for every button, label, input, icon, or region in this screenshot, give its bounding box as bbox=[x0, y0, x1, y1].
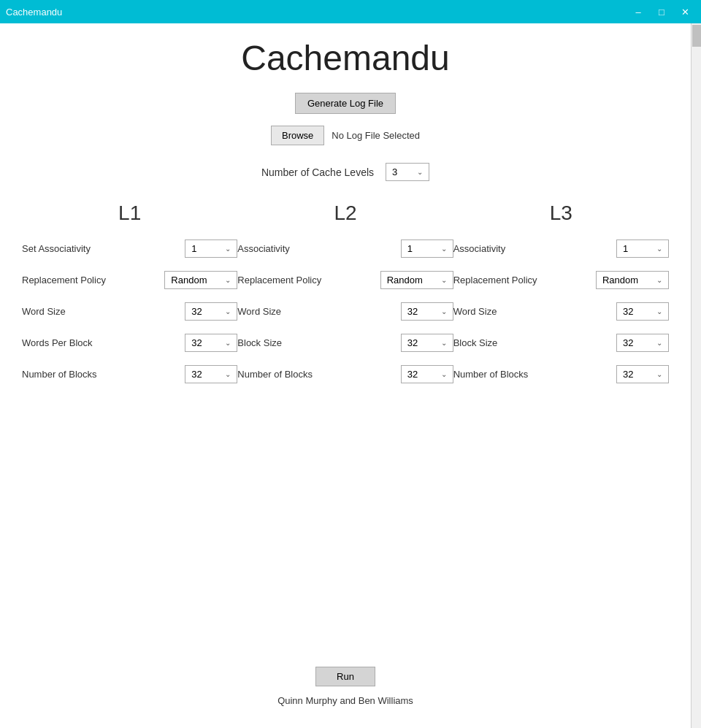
field-chevron-icon-0-3: ⌄ bbox=[225, 339, 231, 347]
field-row-2-2: Word Size32⌄ bbox=[453, 302, 669, 321]
field-select-0-3[interactable]: 32⌄ bbox=[185, 334, 237, 352]
field-value-2-3: 32 bbox=[623, 337, 633, 348]
field-label-0-2: Word Size bbox=[22, 306, 185, 317]
field-select-0-4[interactable]: 32⌄ bbox=[185, 365, 237, 383]
title-bar-title: Cachemandu bbox=[6, 7, 62, 18]
field-value-0-0: 1 bbox=[191, 243, 196, 254]
columns-container: L1Set Associativity1⌄Replacement PolicyR… bbox=[22, 202, 669, 661]
field-select-1-3[interactable]: 32⌄ bbox=[401, 334, 453, 352]
minimize-button[interactable]: – bbox=[628, 4, 648, 19]
field-value-2-0: 1 bbox=[623, 243, 628, 254]
cache-levels-value: 3 bbox=[392, 166, 397, 177]
field-label-1-4: Number of Blocks bbox=[237, 369, 400, 380]
field-select-2-1[interactable]: Random⌄ bbox=[596, 271, 669, 289]
field-value-0-2: 32 bbox=[191, 306, 202, 317]
field-select-2-0[interactable]: 1⌄ bbox=[616, 240, 669, 258]
title-bar-controls: – □ ✕ bbox=[628, 4, 695, 19]
field-chevron-icon-2-0: ⌄ bbox=[656, 245, 662, 253]
field-label-2-0: Associativity bbox=[453, 243, 616, 254]
field-select-2-2[interactable]: 32⌄ bbox=[616, 302, 669, 321]
field-chevron-icon-1-3: ⌄ bbox=[441, 339, 447, 347]
cache-column-l2: L2Associativity1⌄Replacement PolicyRando… bbox=[237, 202, 453, 661]
cache-levels-chevron-icon: ⌄ bbox=[417, 168, 423, 176]
field-chevron-icon-1-0: ⌄ bbox=[441, 245, 447, 253]
field-select-1-2[interactable]: 32⌄ bbox=[401, 302, 453, 321]
cache-column-l1: L1Set Associativity1⌄Replacement PolicyR… bbox=[22, 202, 237, 661]
authors-label: Quinn Murphy and Ben Williams bbox=[277, 695, 413, 706]
field-label-1-1: Replacement Policy bbox=[237, 275, 380, 286]
file-status-label: No Log File Selected bbox=[332, 130, 420, 141]
generate-log-button[interactable]: Generate Log File bbox=[295, 93, 396, 114]
close-button[interactable]: ✕ bbox=[675, 4, 695, 19]
field-row-2-1: Replacement PolicyRandom⌄ bbox=[453, 271, 669, 289]
browse-button[interactable]: Browse bbox=[271, 126, 324, 145]
field-value-2-1: Random bbox=[602, 275, 638, 286]
field-value-1-2: 32 bbox=[407, 306, 418, 317]
field-row-1-3: Block Size32⌄ bbox=[237, 334, 453, 352]
app-title: Cachemandu bbox=[241, 38, 450, 78]
title-bar: Cachemandu – □ ✕ bbox=[0, 0, 701, 23]
field-chevron-icon-1-4: ⌄ bbox=[441, 370, 447, 378]
field-value-1-4: 32 bbox=[407, 369, 418, 380]
field-chevron-icon-0-4: ⌄ bbox=[225, 370, 231, 378]
field-row-1-2: Word Size32⌄ bbox=[237, 302, 453, 321]
field-chevron-icon-2-4: ⌄ bbox=[656, 370, 662, 378]
field-chevron-icon-2-2: ⌄ bbox=[656, 307, 662, 315]
field-label-1-0: Associativity bbox=[237, 243, 400, 254]
field-label-0-3: Words Per Block bbox=[22, 337, 185, 348]
column-header-l1: L1 bbox=[118, 202, 141, 225]
field-label-1-2: Word Size bbox=[237, 306, 400, 317]
scrollbar-thumb[interactable] bbox=[692, 25, 701, 47]
footer-section: Run Quinn Murphy and Ben Williams bbox=[277, 667, 413, 706]
field-row-0-0: Set Associativity1⌄ bbox=[22, 240, 237, 258]
field-row-2-4: Number of Blocks32⌄ bbox=[453, 365, 669, 383]
field-value-0-3: 32 bbox=[191, 337, 202, 348]
column-header-l3: L3 bbox=[550, 202, 572, 225]
field-label-0-0: Set Associativity bbox=[22, 243, 185, 254]
field-row-0-2: Word Size32⌄ bbox=[22, 302, 237, 321]
field-select-0-1[interactable]: Random⌄ bbox=[164, 271, 237, 289]
field-row-2-0: Associativity1⌄ bbox=[453, 240, 669, 258]
field-label-1-3: Block Size bbox=[237, 337, 400, 348]
field-value-1-1: Random bbox=[387, 275, 423, 286]
field-row-0-1: Replacement PolicyRandom⌄ bbox=[22, 271, 237, 289]
cache-levels-row: Number of Cache Levels 3 ⌄ bbox=[261, 163, 429, 181]
field-row-0-3: Words Per Block32⌄ bbox=[22, 334, 237, 352]
field-label-2-3: Block Size bbox=[453, 337, 616, 348]
column-header-l2: L2 bbox=[334, 202, 356, 225]
maximize-button[interactable]: □ bbox=[651, 4, 672, 19]
field-label-0-4: Number of Blocks bbox=[22, 369, 185, 380]
field-select-1-0[interactable]: 1⌄ bbox=[401, 240, 453, 258]
field-select-0-2[interactable]: 32⌄ bbox=[185, 302, 237, 321]
field-select-1-4[interactable]: 32⌄ bbox=[401, 365, 453, 383]
field-select-0-0[interactable]: 1⌄ bbox=[185, 240, 237, 258]
field-chevron-icon-1-1: ⌄ bbox=[441, 276, 447, 284]
cache-levels-label: Number of Cache Levels bbox=[261, 166, 374, 178]
field-row-2-3: Block Size32⌄ bbox=[453, 334, 669, 352]
file-row: Browse No Log File Selected bbox=[271, 126, 420, 145]
field-select-2-4[interactable]: 32⌄ bbox=[616, 365, 669, 383]
field-value-1-0: 1 bbox=[407, 243, 413, 254]
field-value-0-4: 32 bbox=[191, 369, 202, 380]
scrollbar-track[interactable] bbox=[691, 23, 701, 728]
cache-levels-select[interactable]: 3 ⌄ bbox=[386, 163, 429, 181]
run-button[interactable]: Run bbox=[315, 667, 375, 686]
field-select-2-3[interactable]: 32⌄ bbox=[616, 334, 669, 352]
field-value-1-3: 32 bbox=[407, 337, 418, 348]
field-chevron-icon-0-1: ⌄ bbox=[225, 276, 231, 284]
cache-column-l3: L3Associativity1⌄Replacement PolicyRando… bbox=[453, 202, 669, 661]
field-row-1-4: Number of Blocks32⌄ bbox=[237, 365, 453, 383]
field-chevron-icon-2-1: ⌄ bbox=[656, 276, 662, 284]
main-content: Cachemandu Generate Log File Browse No L… bbox=[0, 23, 691, 728]
field-chevron-icon-0-0: ⌄ bbox=[225, 245, 231, 253]
field-chevron-icon-1-2: ⌄ bbox=[441, 307, 447, 315]
field-label-2-2: Word Size bbox=[453, 306, 616, 317]
field-value-2-4: 32 bbox=[623, 369, 633, 380]
field-row-0-4: Number of Blocks32⌄ bbox=[22, 365, 237, 383]
field-row-1-0: Associativity1⌄ bbox=[237, 240, 453, 258]
field-value-2-2: 32 bbox=[623, 306, 633, 317]
field-label-2-1: Replacement Policy bbox=[453, 275, 596, 286]
field-select-1-1[interactable]: Random⌄ bbox=[380, 271, 453, 289]
field-chevron-icon-0-2: ⌄ bbox=[225, 307, 231, 315]
field-label-2-4: Number of Blocks bbox=[453, 369, 616, 380]
